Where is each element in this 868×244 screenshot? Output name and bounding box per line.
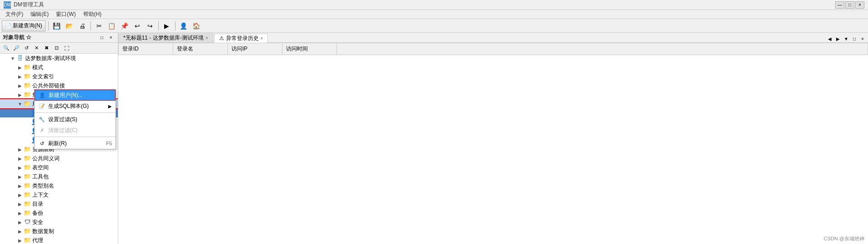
minimize-button[interactable]: —	[835, 1, 844, 9]
toggle[interactable]: ▶	[16, 165, 24, 170]
folder-icon: 📁	[24, 82, 31, 89]
menu-file[interactable]: 文件(F)	[2, 10, 27, 19]
toggle[interactable]: ▶	[16, 83, 24, 88]
close-button[interactable]: ×	[855, 1, 864, 9]
context-menu-item-generate-sql[interactable]: 📝 生成SQL脚本(G) ▶	[35, 101, 115, 112]
folder-icon: 📁	[24, 237, 31, 244]
menu-edit[interactable]: 编辑(E)	[27, 10, 52, 19]
new-query-button[interactable]: 📄 新建查询(N)	[2, 20, 45, 31]
panel-title: 对象导航 ☆	[3, 34, 31, 41]
maximize-button[interactable]: □	[845, 1, 854, 9]
subtoolbar-cross-icon[interactable]: ✖	[42, 44, 51, 53]
tree-node-directory[interactable]: ▶ 📁 目录	[0, 199, 118, 208]
folder-icon: 📁	[24, 73, 31, 80]
tree-node-security[interactable]: ▶ 🛡 安全	[0, 218, 118, 227]
run-button[interactable]: ▶	[161, 20, 172, 31]
folder-icon: 📁	[24, 64, 31, 71]
toggle[interactable]: ▶	[16, 65, 24, 70]
redo-button[interactable]: ↪	[145, 20, 156, 31]
refresh-shortcut: F5	[106, 141, 112, 146]
home-button[interactable]: 🏠	[191, 20, 202, 31]
table-header-row: 登录ID 登录名 访问IP 访问时间	[119, 43, 868, 55]
context-menu-item-set-filter[interactable]: 🔧 设置过滤(S)	[35, 114, 115, 125]
tree-node-extlink[interactable]: ▶ 📁 公共外部链接	[0, 81, 118, 90]
root-toggle[interactable]: ▼	[9, 56, 16, 61]
paste-button[interactable]: 📌	[119, 20, 130, 31]
folder-icon: 📁	[24, 200, 31, 208]
separator-2	[35, 137, 115, 137]
toolkit-label: 工具包	[32, 173, 49, 181]
menu-window[interactable]: 窗口(W)	[52, 10, 79, 19]
copy-button[interactable]: 📋	[106, 20, 117, 31]
window-controls: — □ ×	[835, 1, 864, 9]
tree-node-context[interactable]: ▶ 📁 上下文	[0, 190, 118, 199]
toggle[interactable]: ▼	[16, 102, 24, 107]
table-area: 登录ID 登录名 访问IP 访问时间	[118, 43, 868, 244]
toggle[interactable]: ▶	[16, 147, 24, 152]
toggle[interactable]: ▶	[16, 183, 24, 188]
user-button[interactable]: 👤	[178, 20, 189, 31]
toolbar-separator-2	[90, 21, 91, 30]
tree-node-backup[interactable]: ▶ 📁 备份	[0, 208, 118, 218]
open-button[interactable]: 📂	[64, 20, 75, 31]
tab-ctrl-menu[interactable]: ▼	[843, 35, 850, 42]
tree-node-fulltext[interactable]: ▶ 📁 全文索引	[0, 72, 118, 81]
tab-ctrl-maximize[interactable]: □	[851, 35, 858, 42]
toggle[interactable]: ▶	[16, 220, 24, 225]
toggle[interactable]: ▶	[16, 211, 24, 216]
tab-ctrl-close[interactable]: ×	[859, 35, 866, 42]
tree-node-toolkit[interactable]: ▶ 📁 工具包	[0, 172, 118, 181]
tree-node-synonym[interactable]: ▶ 📁 公共同义词	[0, 154, 118, 163]
cut-button[interactable]: ✂	[94, 20, 105, 31]
menu-help[interactable]: 帮助(H)	[80, 10, 105, 19]
toggle[interactable]: ▶	[16, 193, 24, 198]
tab-controls: ◀ ▶ ▼ □ ×	[826, 35, 868, 42]
subtoolbar-maximize-icon[interactable]: ⛶	[62, 44, 71, 53]
tab-loginhistory-label: 异常登录历史	[226, 35, 259, 42]
subtoolbar-expand-icon[interactable]: ⊡	[52, 44, 61, 53]
arrow-icon: ▶	[108, 104, 112, 109]
schema-label: 模式	[32, 64, 43, 71]
script-icon: 📝	[38, 102, 45, 110]
panel-close-icon[interactable]: ×	[107, 34, 115, 42]
refresh-label: 刷新(R)	[48, 140, 67, 147]
subtoolbar-search-icon[interactable]: 🔍	[2, 44, 11, 53]
tree-root[interactable]: ▼ 🗄 达梦数据库-测试环境	[0, 54, 118, 63]
toggle[interactable]: ▶	[16, 74, 24, 79]
tab-ctrl-prev[interactable]: ◀	[826, 35, 833, 42]
toolbar-separator-4	[175, 21, 176, 30]
clear-icon: ✗	[38, 127, 45, 134]
col-extra	[337, 43, 868, 55]
toggle[interactable]: ▶	[16, 238, 24, 243]
title-bar-left: DM DM管理工具	[4, 1, 44, 9]
subtoolbar-filter-icon[interactable]: ✕	[32, 44, 41, 53]
tab-loginhistory-close[interactable]: ×	[261, 36, 263, 41]
context-menu-item-new-user[interactable]: 👤 新建用户(N)...	[35, 90, 115, 101]
filter-icon: 🔧	[38, 116, 45, 123]
tree-node-tablespace[interactable]: ▶ 📁 表空间	[0, 163, 118, 172]
col-access-time: 访问时间	[282, 43, 337, 55]
cm-item-left: 👤 新建用户(N)...	[39, 92, 83, 99]
panel-maximize-icon[interactable]: □	[98, 34, 106, 42]
tree-node-typealias[interactable]: ▶ 📁 类型别名	[0, 181, 118, 190]
tree-node-schema[interactable]: ▶ 📁 模式	[0, 63, 118, 72]
tree-node-replication[interactable]: ▶ 📁 数据复制	[0, 227, 118, 236]
toggle[interactable]: ▶	[16, 202, 24, 207]
tab-loginhistory[interactable]: ⚠ 异常登录历史 ×	[214, 34, 268, 43]
tab-ctrl-next[interactable]: ▶	[834, 35, 842, 42]
print-button[interactable]: 🖨	[77, 20, 88, 31]
tree-node-proxy[interactable]: ▶ 📁 代理	[0, 236, 118, 244]
toggle[interactable]: ▶	[16, 92, 24, 97]
subtoolbar-refresh-icon[interactable]: ↺	[22, 44, 31, 53]
tab-bar: *无标题11 - 达梦数据库-测试环境 × ⚠ 异常登录历史 × ◀ ▶ ▼ □…	[118, 33, 868, 43]
tab-query[interactable]: *无标题11 - 达梦数据库-测试环境 ×	[118, 33, 213, 42]
toggle[interactable]: ▶	[16, 156, 24, 161]
undo-button[interactable]: ↩	[132, 20, 143, 31]
toggle[interactable]: ▶	[16, 174, 24, 179]
context-menu-item-refresh[interactable]: ↺ 刷新(R) F5	[35, 138, 115, 149]
save-button[interactable]: 💾	[51, 20, 62, 31]
toggle[interactable]: ▶	[16, 229, 24, 234]
subtoolbar-search2-icon[interactable]: 🔎	[12, 44, 21, 53]
tab-query-close[interactable]: ×	[206, 36, 208, 41]
synonym-label: 公共同义词	[32, 155, 60, 163]
